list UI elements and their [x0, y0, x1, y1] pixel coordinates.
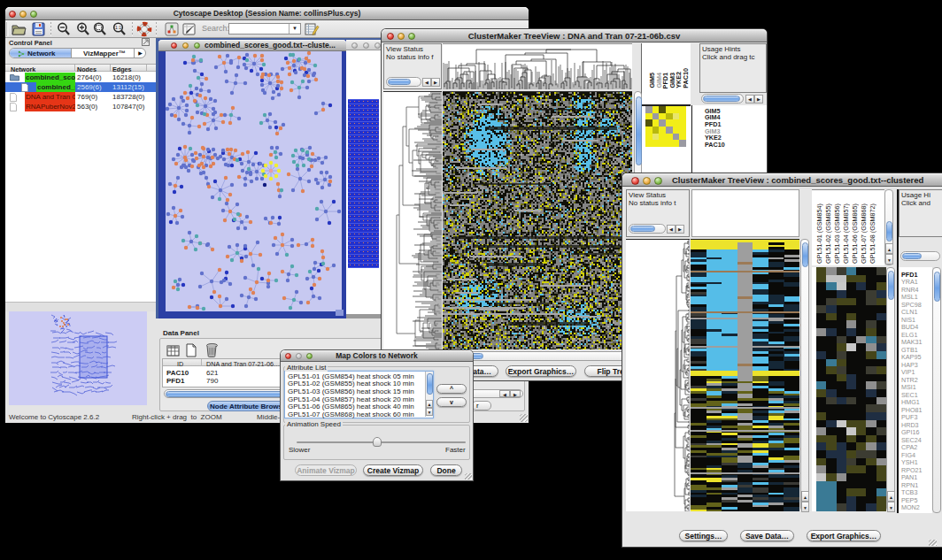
svg-text:1:1: 1:1 — [115, 25, 121, 30]
